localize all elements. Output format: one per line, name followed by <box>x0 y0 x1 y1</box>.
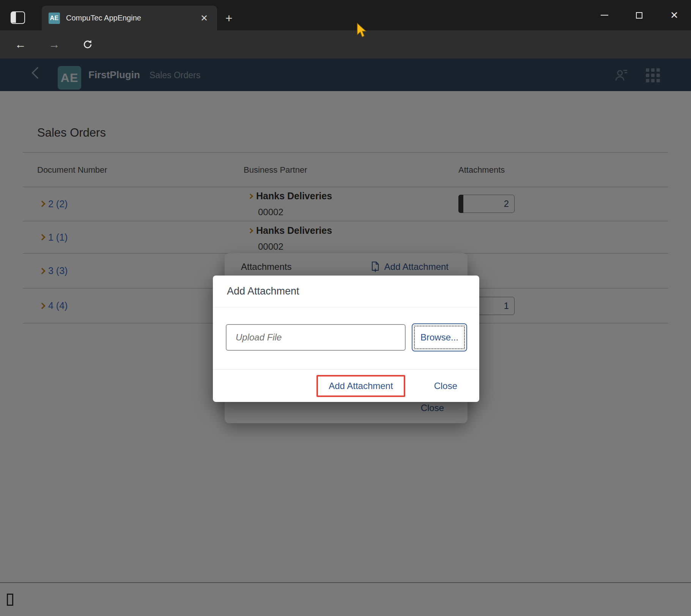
modal-header: Add Attachment <box>213 276 479 307</box>
reload-button[interactable] <box>76 30 99 58</box>
browser-tab[interactable]: AE CompuTec AppEngine ✕ <box>42 6 217 30</box>
forward-button[interactable]: → <box>43 30 66 58</box>
annotation-highlight: Add Attachment <box>316 375 405 397</box>
window-minimize-button[interactable] <box>594 6 615 24</box>
modal-body: Browse... <box>213 307 479 369</box>
mouse-cursor <box>356 23 367 38</box>
tab-favicon: AE <box>49 13 60 24</box>
add-attachment-modal: Add Attachment Browse... Add Attachment … <box>213 276 479 402</box>
tab-close-icon[interactable]: ✕ <box>198 13 210 24</box>
modal-close-button[interactable]: Close <box>434 381 457 391</box>
browser-toolbar: ← → localhost:54000/webcontent/launchpad… <box>0 30 691 58</box>
modal-add-attachment-button[interactable]: Add Attachment <box>329 381 393 391</box>
web-page: AE FirstPlugin Sales Orders Sales Orders… <box>0 58 691 616</box>
upload-file-input[interactable] <box>226 324 406 351</box>
browser-titlebar: AE CompuTec AppEngine ✕ + ✕ <box>0 0 691 30</box>
tab-actions-icon[interactable] <box>11 11 25 24</box>
modal-footer: Add Attachment Close <box>213 369 479 402</box>
back-button[interactable]: ← <box>9 30 32 58</box>
window-maximize-button[interactable] <box>628 6 650 24</box>
screen: AE CompuTec AppEngine ✕ + ✕ ← → localhos… <box>0 0 691 616</box>
reload-icon <box>82 39 93 50</box>
new-tab-button[interactable]: + <box>225 12 233 24</box>
tab-title: CompuTec AppEngine <box>66 14 198 22</box>
window-close-button[interactable]: ✕ <box>664 6 685 24</box>
browse-button[interactable]: Browse... <box>412 323 467 351</box>
modal-title: Add Attachment <box>227 285 299 297</box>
